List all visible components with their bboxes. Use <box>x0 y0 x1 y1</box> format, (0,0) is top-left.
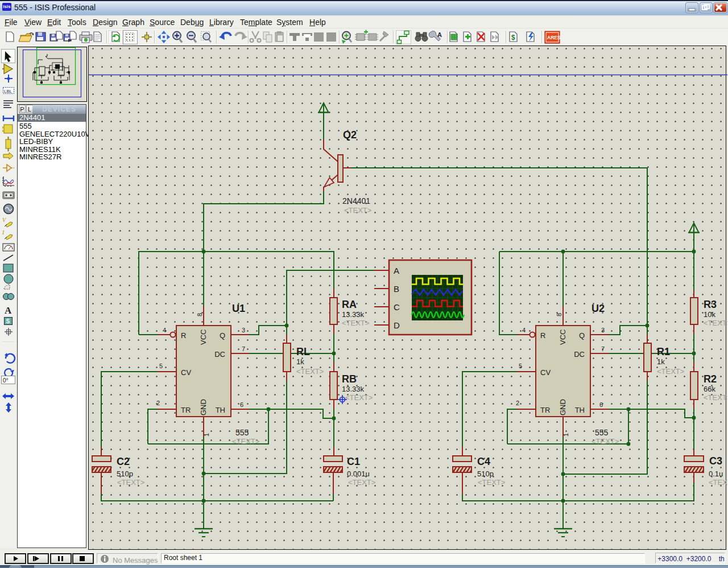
svg-text:Q: Q <box>220 331 225 340</box>
svg-text:DC: DC <box>574 350 585 359</box>
svg-text:4: 4 <box>163 327 166 334</box>
svg-text:R: R <box>181 331 186 340</box>
svg-text:ARES: ARES <box>547 35 561 40</box>
svg-text:DC: DC <box>214 350 225 359</box>
svg-text:<TEXT>: <TEXT> <box>704 319 727 327</box>
svg-text:<TEXT>: <TEXT> <box>345 393 373 402</box>
svg-text:5: 5 <box>519 363 522 369</box>
svg-text:0.1u: 0.1u <box>709 470 723 478</box>
svg-text:<TEXT>: <TEXT> <box>342 319 369 327</box>
svg-text:<TEXT>: <TEXT> <box>296 367 324 376</box>
svg-text:RA: RA <box>342 299 357 310</box>
svg-text:1k: 1k <box>657 357 665 366</box>
svg-text:TR: TR <box>540 406 550 414</box>
svg-text:<TEXT>: <TEXT> <box>657 367 684 376</box>
svg-text:$: $ <box>511 34 515 42</box>
svg-text:7: 7 <box>242 345 245 352</box>
svg-text:3: 3 <box>601 327 605 334</box>
svg-text:TH: TH <box>216 406 225 414</box>
svg-text:Q2: Q2 <box>343 129 357 141</box>
svg-text:0°: 0° <box>3 377 9 384</box>
svg-text:RL: RL <box>296 346 310 357</box>
svg-text:I: I <box>2 229 5 236</box>
svg-text:U2: U2 <box>592 303 605 314</box>
svg-text:<TEXT>: <TEXT> <box>232 437 259 446</box>
svg-text:1k: 1k <box>296 357 304 366</box>
svg-text:2: 2 <box>516 400 519 406</box>
svg-text:A: A <box>394 266 399 275</box>
svg-text:Q: Q <box>579 331 585 340</box>
svg-text:C: C <box>394 302 400 312</box>
svg-text:555: 555 <box>235 428 249 437</box>
svg-text:GND: GND <box>559 399 567 415</box>
svg-text:7: 7 <box>601 345 605 352</box>
svg-text:4: 4 <box>522 327 526 334</box>
svg-text:R1: R1 <box>657 346 670 357</box>
svg-text:510p: 510p <box>477 470 494 478</box>
svg-text:A: A <box>5 305 12 316</box>
svg-text:U1: U1 <box>232 303 245 314</box>
svg-text:GND: GND <box>199 399 208 415</box>
svg-text:13.33k: 13.33k <box>342 310 365 319</box>
svg-text:TH: TH <box>575 406 585 414</box>
svg-text:8: 8 <box>196 313 203 316</box>
svg-text:<TEXT>: <TEXT> <box>592 437 619 446</box>
svg-text:R3: R3 <box>704 299 717 310</box>
svg-text:R: R <box>540 331 545 340</box>
svg-text:1: 1 <box>203 433 210 437</box>
svg-text:D: D <box>394 320 400 330</box>
svg-text:2N4401: 2N4401 <box>342 196 370 205</box>
svg-text:1: 1 <box>562 433 569 437</box>
svg-text:<TEXT>: <TEXT> <box>478 478 505 487</box>
svg-text:555: 555 <box>595 428 609 437</box>
svg-text:S: S <box>6 318 10 324</box>
svg-text:510p: 510p <box>117 470 133 478</box>
svg-text:VCC: VCC <box>199 330 208 345</box>
svg-text:CV: CV <box>540 368 551 377</box>
svg-text:CV: CV <box>181 368 191 377</box>
svg-text:C2: C2 <box>117 456 130 467</box>
svg-text:10k: 10k <box>704 310 715 319</box>
svg-text:<TEXT>: <TEXT> <box>704 393 727 402</box>
svg-text:<TEXT>: <TEXT> <box>117 478 144 487</box>
svg-text:8: 8 <box>556 313 562 316</box>
svg-text:RB: RB <box>342 373 357 385</box>
svg-text:3: 3 <box>242 327 245 334</box>
svg-text:66k: 66k <box>704 385 715 393</box>
svg-text:<TEXT>: <TEXT> <box>348 478 375 487</box>
svg-text:C1: C1 <box>347 456 360 467</box>
svg-text:C4: C4 <box>477 456 490 467</box>
svg-text:<TEXT>: <TEXT> <box>709 478 727 487</box>
svg-text:5: 5 <box>159 363 163 369</box>
svg-text:13.33k: 13.33k <box>342 385 365 393</box>
svg-text:A: A <box>437 31 442 38</box>
svg-text:VCC: VCC <box>559 330 567 345</box>
svg-text:<TEXT>: <TEXT> <box>344 206 371 215</box>
svg-text:B: B <box>394 284 399 294</box>
svg-text:R2: R2 <box>704 373 717 385</box>
svg-text:2: 2 <box>156 400 160 406</box>
svg-text:TR: TR <box>181 406 191 414</box>
svg-text:V: V <box>2 217 7 223</box>
svg-text:C3: C3 <box>709 455 722 467</box>
svg-text:LBL: LBL <box>4 89 13 94</box>
svg-text:0.001u: 0.001u <box>347 470 370 478</box>
svg-text:6: 6 <box>599 401 603 408</box>
svg-text:6: 6 <box>240 401 243 408</box>
